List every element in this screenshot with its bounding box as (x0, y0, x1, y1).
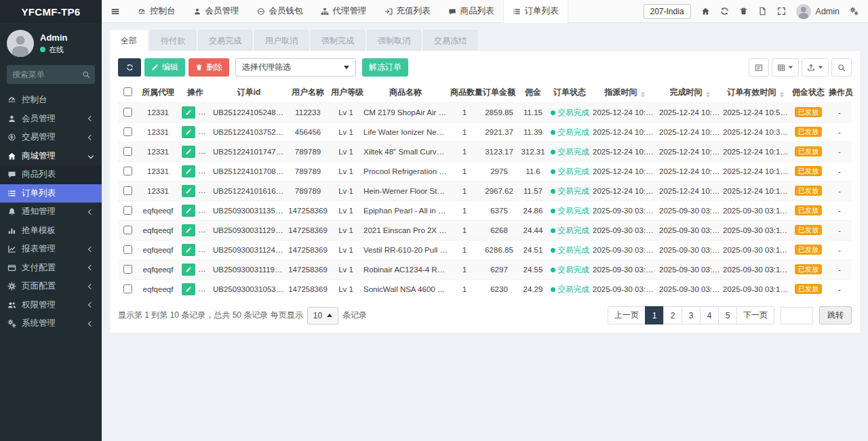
cogs-icon (7, 319, 16, 328)
file-icon[interactable] (758, 7, 767, 16)
row-checkbox[interactable] (123, 226, 132, 234)
topnav-tab-comment[interactable]: 商品列表 (439, 0, 503, 23)
topnav-tab-sitemap[interactable]: 代理管理 (312, 0, 376, 23)
cardview-icon (755, 64, 763, 72)
page-button[interactable]: 3 (682, 306, 701, 324)
row-edit-button[interactable] (182, 146, 195, 158)
sidebar-item-comment[interactable]: 商品列表 (0, 165, 102, 184)
topnav-user[interactable]: Admin (796, 4, 840, 19)
sidebar-search-button[interactable] (77, 65, 95, 84)
row-edit-button[interactable] (182, 185, 195, 197)
filter-tab[interactable]: 待付款 (150, 30, 196, 51)
cogs-icon[interactable] (850, 7, 859, 16)
sidebar-item-user[interactable]: 会员管理 (0, 110, 102, 129)
quantity-cell: 1 (449, 162, 480, 182)
agent-filter-select[interactable]: 选择代理筛选 (235, 58, 356, 77)
row-edit-button[interactable] (182, 126, 195, 138)
row-checkbox[interactable] (123, 265, 132, 274)
filter-tab[interactable]: 交易完成 (198, 30, 252, 51)
page-jump-input[interactable] (781, 307, 813, 324)
home-icon[interactable] (701, 7, 710, 16)
row-select-cell (118, 182, 137, 201)
trash-icon[interactable] (739, 7, 748, 16)
filter-tab[interactable]: 全部 (110, 30, 148, 51)
column-header-label: 订单有效时间 (728, 87, 776, 97)
page-button[interactable]: 4 (700, 306, 719, 324)
sidebar-item-linechart[interactable]: 报表管理 (0, 240, 102, 259)
row-edit-button[interactable] (182, 244, 195, 256)
sidebar-toggle-button[interactable] (102, 0, 129, 23)
page-button[interactable]: 5 (718, 306, 737, 324)
row-checkbox[interactable] (123, 147, 132, 156)
topnav-tab-dashboard[interactable]: 控制台 (129, 0, 184, 23)
row-edit-button[interactable] (182, 106, 195, 119)
column-header[interactable]: 完成时间 (658, 83, 722, 103)
commission-cell: 24.51 (518, 240, 548, 260)
filter-tab[interactable]: 交易冻结 (423, 30, 477, 51)
topnav-tab-wallet[interactable]: 会员钱包 (248, 0, 312, 23)
filter-tab[interactable]: 强制取消 (367, 30, 421, 51)
unfreeze-order-button[interactable]: 解冻订单 (362, 58, 408, 77)
select-all-checkbox[interactable] (123, 87, 132, 96)
prev-page-button[interactable]: 上一页 (608, 306, 646, 324)
agent-cell: 12331 (137, 162, 179, 182)
select-all-header[interactable] (118, 83, 137, 103)
edit-button[interactable]: 编辑 (144, 58, 185, 77)
refresh-icon[interactable] (720, 7, 729, 16)
row-checkbox[interactable] (123, 167, 132, 175)
page-button[interactable]: 2 (663, 306, 682, 324)
sidebar-item-home[interactable]: 商城管理 (0, 147, 102, 166)
sidebar-item-chart[interactable]: 抢单模板 (0, 222, 102, 240)
column-header[interactable]: 指派时间 (591, 83, 658, 103)
sidebar-item-gear[interactable]: 页面配置 (0, 277, 102, 296)
sidebar-item-users[interactable]: 权限管理 (0, 296, 102, 315)
topnav-tab-label: 代理管理 (333, 5, 367, 17)
user-level-cell: Lv 1 (330, 280, 362, 299)
region-button[interactable]: 207-India (644, 4, 691, 19)
filter-tab[interactable]: 用户取消 (254, 30, 309, 51)
sidebar-item-card[interactable]: 支付配置 (0, 259, 102, 278)
row-checkbox[interactable] (123, 108, 132, 117)
row-checkbox[interactable] (123, 186, 132, 195)
row-edit-button[interactable] (182, 205, 195, 217)
card-view-button[interactable] (749, 58, 769, 77)
columns-toggle-button[interactable] (772, 58, 799, 77)
row-edit-button[interactable] (182, 165, 195, 177)
topnav-tab-user[interactable]: 会员管理 (184, 0, 248, 23)
expand-icon[interactable] (777, 7, 786, 16)
amount-cell: 6297 (480, 260, 518, 280)
sidebar-item-dashboard[interactable]: 控制台 (0, 91, 102, 110)
table-search-button[interactable] (831, 58, 852, 77)
row-checkbox[interactable] (123, 206, 132, 215)
topnav-tab-label: 充值列表 (397, 5, 431, 17)
row-checkbox[interactable] (123, 285, 132, 293)
valid-time-cell: 2025-09-30 03:10:57 (722, 280, 789, 299)
sidebar-item-cogs[interactable]: 系统管理 (0, 314, 102, 333)
next-page-button[interactable]: 下一页 (736, 306, 774, 324)
delete-button[interactable]: 删除 (189, 58, 229, 77)
row-edit-button[interactable] (182, 224, 195, 236)
product-name-cell: Vestil RR-610-20 Pull Chain ... (362, 240, 449, 260)
commission-status-badge: 已发放 (795, 186, 822, 196)
row-checkbox[interactable] (123, 127, 132, 136)
row-edit-button[interactable] (182, 283, 195, 295)
user-name-cell: 147258369 (286, 221, 330, 240)
agent-cell: eqfqeeqf (137, 240, 179, 260)
row-checkbox[interactable] (123, 245, 132, 254)
topnav-tab-list[interactable]: 订单列表 (503, 0, 568, 23)
page-size-select[interactable]: 10 (307, 307, 338, 324)
quantity-cell: 1 (449, 240, 480, 260)
page-jump-button[interactable]: 跳转 (819, 306, 852, 324)
sidebar-item-list[interactable]: 订单列表 (0, 184, 102, 203)
sidebar-item-coin[interactable]: 交易管理 (0, 128, 102, 147)
page-button[interactable]: 1 (645, 306, 664, 324)
sidebar-item-bell[interactable]: 通知管理 (0, 203, 102, 222)
table-view-buttons (749, 58, 852, 77)
column-header[interactable]: 订单有效时间 (722, 83, 789, 103)
refresh-button[interactable] (118, 58, 141, 77)
export-button[interactable] (802, 58, 829, 77)
topnav-tab-signin[interactable]: 充值列表 (376, 0, 439, 23)
sidebar-search-input[interactable] (7, 70, 77, 79)
row-edit-button[interactable] (182, 264, 195, 276)
filter-tab[interactable]: 强制完成 (311, 30, 365, 51)
